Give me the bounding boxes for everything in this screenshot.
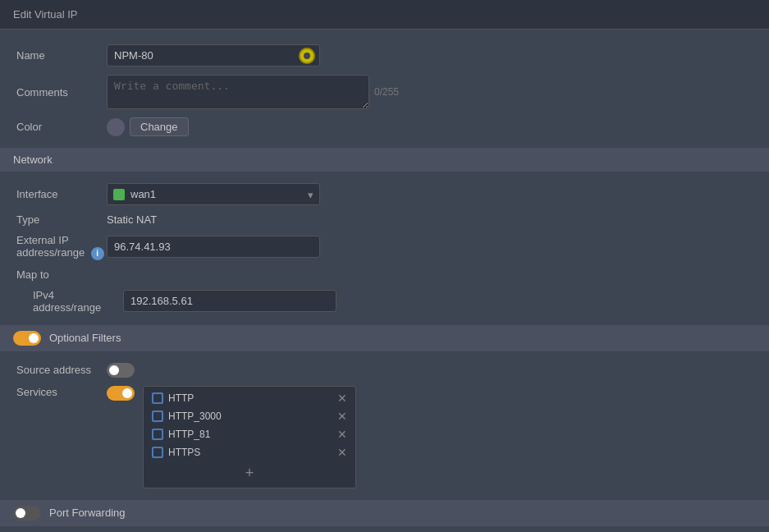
services-list: HTTP ✕ HTTP_3000 ✕ HTTP_81 ✕ HTTPS ✕: [149, 390, 350, 461]
service-icon: [152, 410, 163, 422]
add-service-button[interactable]: +: [149, 462, 350, 484]
source-address-slider: [107, 363, 135, 378]
service-icon: [152, 447, 163, 458]
source-address-label: Source address: [16, 364, 107, 376]
list-item: HTTPS ✕: [149, 444, 350, 461]
service-item-left: HTTP_3000: [152, 410, 222, 422]
external-ip-label: External IP address/range i: [16, 234, 107, 260]
services-toggle[interactable]: [107, 386, 135, 401]
services-slider: [107, 386, 135, 401]
service-remove-button[interactable]: ✕: [337, 410, 347, 422]
optional-filters-slider: [13, 331, 41, 346]
service-remove-button[interactable]: ✕: [337, 429, 347, 440]
name-label: Name: [16, 49, 107, 62]
name-input[interactable]: [107, 44, 320, 66]
name-input-wrapper: [107, 44, 320, 66]
list-item: HTTP_81 ✕: [149, 426, 350, 443]
content: Name Comments 0/255 Color Change: [0, 30, 769, 532]
type-label: Type: [16, 213, 107, 226]
optional-filters-toggle[interactable]: [13, 331, 41, 346]
window: Edit Virtual IP Name Comments 0/255 Colo…: [0, 0, 769, 532]
service-item-left: HTTP_81: [152, 429, 210, 440]
color-row: Color Change: [16, 117, 753, 136]
port-forwarding-label: Port Forwarding: [49, 507, 125, 519]
comments-row: Comments 0/255: [16, 75, 753, 109]
interface-dropdown-wrapper: wan1 ▾: [107, 183, 320, 205]
service-item-left: HTTPS: [152, 447, 200, 458]
external-ip-input[interactable]: [107, 236, 320, 258]
port-forwarding-toggle[interactable]: [13, 506, 41, 521]
network-section-header: Network: [0, 148, 769, 172]
port-forwarding-header: Port Forwarding: [0, 500, 769, 526]
interface-select[interactable]: wan1: [107, 183, 320, 205]
service-name: HTTP_3000: [168, 410, 222, 422]
ipv4-input[interactable]: [123, 290, 336, 312]
npm-icon: [299, 48, 315, 64]
services-box: HTTP ✕ HTTP_3000 ✕ HTTP_81 ✕ HTTPS ✕ +: [143, 386, 356, 488]
window-title: Edit Virtual IP: [13, 8, 78, 21]
interface-label: Interface: [16, 188, 107, 200]
map-to-row: Map to: [16, 268, 753, 281]
interface-green-icon: [113, 189, 125, 200]
port-forwarding-slider: [13, 506, 41, 521]
source-address-row: Source address: [16, 363, 753, 378]
npm-circle: [299, 48, 315, 64]
type-value: Static NAT: [107, 213, 157, 226]
comments-label: Comments: [16, 86, 107, 99]
name-row: Name: [16, 44, 753, 66]
services-label: Services: [16, 386, 107, 398]
color-swatch: [107, 118, 125, 136]
service-remove-button[interactable]: ✕: [337, 447, 347, 458]
service-icon: [152, 429, 163, 440]
comments-textarea[interactable]: [107, 75, 369, 109]
change-color-button[interactable]: Change: [130, 117, 189, 136]
service-name: HTTPS: [168, 447, 200, 458]
service-remove-button[interactable]: ✕: [337, 392, 347, 404]
map-to-label: Map to: [16, 268, 107, 281]
optional-filters-label: Optional Filters: [49, 332, 121, 344]
services-row: Services HTTP ✕ HTTP_3000 ✕ HTTP_81: [16, 386, 753, 488]
title-bar: Edit Virtual IP: [0, 0, 769, 30]
service-name: HTTP_81: [168, 429, 210, 440]
external-ip-row: External IP address/range i: [16, 234, 753, 260]
source-address-toggle[interactable]: [107, 363, 135, 378]
service-item-left: HTTP: [152, 392, 194, 404]
service-name: HTTP: [168, 392, 194, 404]
char-count: 0/255: [374, 86, 399, 98]
external-ip-info-icon: i: [91, 247, 104, 260]
interface-row: Interface wan1 ▾: [16, 183, 753, 205]
network-section-label: Network: [13, 154, 53, 166]
list-item: HTTP ✕: [149, 390, 350, 406]
color-label: Color: [16, 121, 107, 133]
type-row: Type Static NAT: [16, 213, 753, 226]
list-item: HTTP_3000 ✕: [149, 408, 350, 424]
npm-inner: [304, 53, 310, 59]
ipv4-row: IPv4 address/range: [33, 289, 753, 314]
ipv4-label: IPv4 address/range: [33, 289, 123, 314]
optional-filters-header: Optional Filters: [0, 325, 769, 351]
service-icon: [152, 392, 163, 404]
